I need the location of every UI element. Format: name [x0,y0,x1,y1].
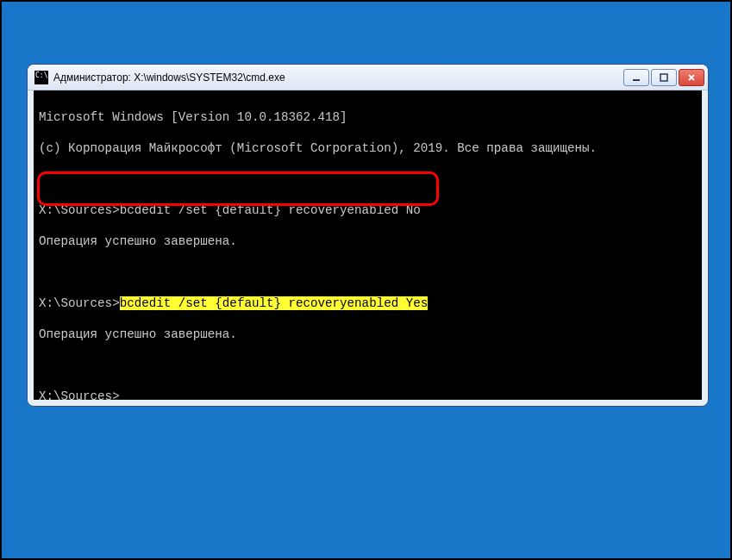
prompt-3: X:\Sources> [39,389,120,400]
close-button[interactable] [679,69,704,86]
cmd-icon [34,71,48,84]
terminal-area[interactable]: Microsoft Windows [Version 10.0.18362.41… [34,90,702,400]
blank-line [39,171,697,187]
version-line: Microsoft Windows [Version 10.0.18362.41… [39,109,697,125]
window-title: Администратор: X:\windows\SYSTEM32\cmd.e… [53,72,618,84]
command-line-2: X:\Sources>bcdedit /set {default} recove… [39,296,697,311]
command-line-1: X:\Sources>bcdedit /set {default} recove… [39,202,697,218]
result-line-2: Операция успешно завершена. [39,327,697,342]
desktop: Администратор: X:\windows\SYSTEM32\cmd.e… [0,0,732,560]
blank-line [39,264,697,280]
command-1: bcdedit /set {default} recoveryenabled N… [120,203,421,217]
prompt-line-3: X:\Sources> [39,389,697,400]
command-2-highlighted: bcdedit /set {default} recoveryenabled Y… [120,296,429,310]
maximize-icon [659,72,669,83]
copyright-line: (c) Корпорация Майкрософт (Microsoft Cor… [39,140,697,156]
svg-rect-1 [660,74,667,81]
cmd-window: Администратор: X:\windows\SYSTEM32\cmd.e… [27,64,709,407]
prompt-1: X:\Sources> [39,203,120,217]
minimize-icon [631,72,641,83]
window-controls [623,69,704,86]
maximize-button[interactable] [651,69,677,86]
svg-rect-0 [633,79,640,81]
minimize-button[interactable] [623,69,649,86]
blank-line [39,358,697,373]
prompt-2: X:\Sources> [39,296,120,310]
close-icon [686,72,697,83]
result-line-1: Операция успешно завершена. [39,233,697,249]
titlebar[interactable]: Администратор: X:\windows\SYSTEM32\cmd.e… [28,65,708,90]
